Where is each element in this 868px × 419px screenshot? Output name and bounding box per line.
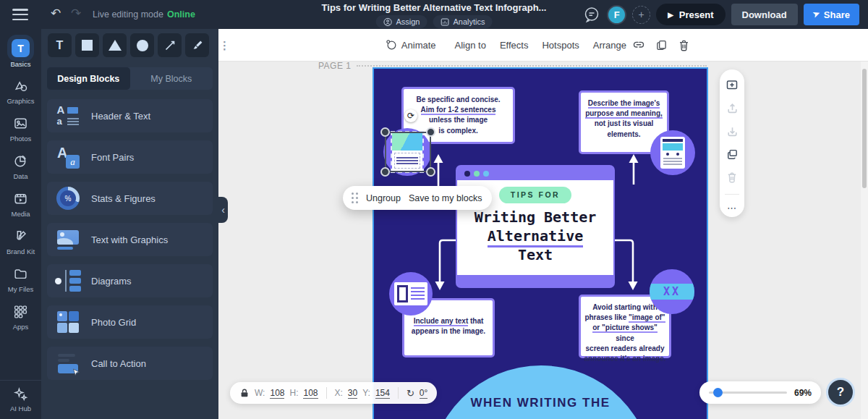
pie-chart-icon bbox=[13, 153, 28, 169]
comment-icon bbox=[583, 6, 600, 23]
infographic-page[interactable]: WHEN WRITING THE Be specific and concise… bbox=[374, 69, 707, 419]
duplicate-page-button[interactable] bbox=[726, 148, 739, 161]
browser-title-bar bbox=[457, 166, 613, 180]
animate-icon bbox=[386, 39, 397, 51]
dome-shape[interactable] bbox=[429, 365, 653, 419]
zoom-percent: 69% bbox=[794, 388, 812, 398]
y-value[interactable]: 154 bbox=[375, 388, 390, 399]
scrollbar-thumb[interactable] bbox=[862, 69, 867, 188]
x-label: X: bbox=[335, 388, 343, 398]
add-page-button[interactable] bbox=[726, 78, 739, 91]
text-tool-button[interactable]: T bbox=[48, 33, 72, 57]
zoom-slider-handle[interactable] bbox=[713, 388, 723, 397]
more-tools-button[interactable]: ⋮ bbox=[213, 33, 237, 57]
tips-for-tag[interactable]: TIPS FOR bbox=[499, 187, 571, 203]
selection-handle-top-right[interactable] bbox=[426, 127, 435, 137]
redo-icon[interactable]: ↷ bbox=[71, 6, 81, 22]
share-button[interactable]: ➤ Share bbox=[804, 4, 859, 25]
selection-box[interactable] bbox=[385, 132, 431, 172]
triangle-tool-button[interactable] bbox=[103, 33, 127, 57]
move-page-up-button[interactable] bbox=[726, 102, 739, 114]
link-button[interactable] bbox=[632, 38, 645, 51]
block-stats-and-figures[interactable]: % Stats & Figures bbox=[47, 182, 213, 215]
selection-handle-bottom-right[interactable] bbox=[426, 167, 435, 177]
canvas-toolbar: Animate Align to Effects Hotspots Arrang… bbox=[218, 29, 868, 62]
xx-banner-graphic: XX bbox=[650, 284, 694, 300]
hamburger-menu-icon[interactable] bbox=[12, 9, 28, 20]
ungroup-button[interactable]: Ungroup bbox=[366, 193, 401, 203]
duplicate-button[interactable] bbox=[655, 39, 668, 51]
animate-button[interactable]: Animate bbox=[386, 39, 436, 51]
comments-button[interactable] bbox=[582, 5, 601, 24]
lock-icon[interactable] bbox=[239, 388, 250, 398]
delete-page-button[interactable] bbox=[726, 172, 738, 183]
browser-sticker-circle[interactable] bbox=[650, 130, 695, 175]
sidebar-item-brand-kit[interactable]: Brand Kit bbox=[0, 223, 41, 261]
drag-handle[interactable] bbox=[352, 192, 358, 203]
width-value[interactable]: 108 bbox=[270, 388, 284, 399]
replay-icon[interactable]: ⟳ bbox=[404, 109, 417, 122]
xx-sticker-circle[interactable]: XX bbox=[650, 269, 694, 314]
title-block: Tips for Writing Better Alternative Text… bbox=[322, 2, 547, 28]
download-button[interactable]: Download bbox=[731, 4, 798, 25]
newspaper-sticker-circle[interactable] bbox=[389, 272, 433, 316]
title-sub-row: Assign Analytics bbox=[322, 15, 547, 28]
block-header-and-text[interactable]: Aa Header & Text bbox=[47, 99, 213, 132]
height-label: H: bbox=[289, 388, 298, 398]
divider bbox=[725, 194, 739, 195]
chevron-left-icon: ‹ bbox=[221, 204, 225, 216]
block-diagrams[interactable]: Diagrams bbox=[47, 264, 213, 297]
document-title[interactable]: Tips for Writing Better Alternative Text… bbox=[322, 2, 547, 13]
infographic-title[interactable]: Writing Better Alternative Text bbox=[457, 208, 613, 264]
present-button[interactable]: ▶ Present bbox=[656, 4, 725, 25]
sidebar-item-ai-hub[interactable]: AI Hub bbox=[0, 380, 41, 418]
image-icon bbox=[13, 116, 28, 132]
block-text-with-graphics[interactable]: Text with Graphics bbox=[47, 223, 213, 256]
line-tool-button[interactable] bbox=[158, 33, 182, 57]
hotspots-button[interactable]: Hotspots bbox=[542, 40, 579, 51]
block-photo-grid[interactable]: Photo Grid bbox=[47, 305, 213, 339]
sidebar-item-basics[interactable]: T Basics bbox=[0, 35, 41, 72]
bar-chart-icon bbox=[440, 17, 449, 27]
sidebar-item-photos[interactable]: Photos bbox=[0, 110, 41, 148]
arrange-button[interactable]: Arrange bbox=[593, 40, 626, 51]
sidebar-item-graphics[interactable]: Graphics bbox=[0, 72, 41, 110]
add-collaborator-button[interactable]: + bbox=[632, 6, 650, 24]
sidebar-item-apps[interactable]: Apps bbox=[0, 298, 41, 336]
triangle-icon bbox=[109, 40, 122, 51]
sidebar-item-media[interactable]: Media bbox=[0, 185, 41, 223]
object-action-icons bbox=[632, 38, 690, 51]
block-call-to-action[interactable]: Call to Action bbox=[47, 347, 213, 380]
tab-my-blocks[interactable]: My Blocks bbox=[130, 67, 213, 90]
help-button[interactable]: ? bbox=[826, 378, 855, 407]
square-tool-button[interactable] bbox=[75, 33, 99, 57]
brush-tool-button[interactable] bbox=[185, 33, 209, 57]
assign-button[interactable]: Assign bbox=[375, 15, 427, 28]
shape-tools-row: T ⋮ bbox=[48, 33, 237, 57]
move-page-down-button[interactable] bbox=[726, 125, 739, 137]
collapse-panel-button[interactable]: ‹ bbox=[218, 197, 228, 223]
save-to-my-blocks-button[interactable]: Save to my blocks bbox=[409, 193, 482, 203]
delete-button[interactable] bbox=[678, 39, 690, 51]
selection-handle-top-left[interactable] bbox=[380, 127, 390, 137]
block-font-pairs[interactable]: Aa Font Pairs bbox=[47, 140, 213, 174]
undo-icon[interactable]: ↶ bbox=[51, 6, 61, 22]
title-browser-card[interactable]: TIPS FOR Writing Better Alternative Text bbox=[456, 165, 615, 288]
zoom-slider[interactable] bbox=[709, 392, 787, 394]
play-icon: ▶ bbox=[668, 11, 673, 19]
selection-handle-bottom-left[interactable] bbox=[380, 167, 390, 177]
sidebar-item-my-files[interactable]: My Files bbox=[0, 261, 41, 298]
effects-button[interactable]: Effects bbox=[500, 40, 529, 51]
share-label: Share bbox=[824, 9, 850, 20]
circle-tool-button[interactable] bbox=[130, 33, 154, 57]
x-value[interactable]: 30 bbox=[348, 388, 357, 399]
more-page-options-button[interactable]: ⋯ bbox=[727, 206, 737, 211]
analytics-button[interactable]: Analytics bbox=[433, 15, 492, 28]
rotate-icon[interactable]: ↻ bbox=[407, 388, 414, 399]
height-value[interactable]: 108 bbox=[303, 388, 318, 399]
avatar[interactable]: F bbox=[607, 5, 626, 25]
rotation-value[interactable]: 0° bbox=[420, 388, 427, 399]
align-to-button[interactable]: Align to bbox=[455, 40, 486, 51]
sidebar-item-data[interactable]: Data bbox=[0, 148, 41, 185]
tab-design-blocks[interactable]: Design Blocks bbox=[47, 67, 130, 90]
